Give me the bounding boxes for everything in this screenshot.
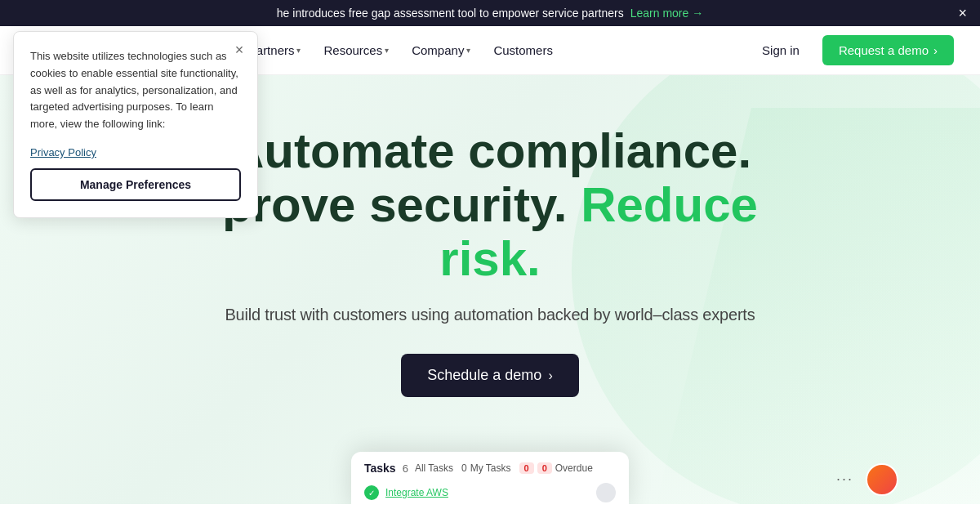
privacy-policy-link[interactable]: Privacy Policy [30, 146, 241, 159]
hero-title: Automate compliance. prove security. Red… [204, 124, 776, 286]
nav-link-resources[interactable]: Resources ▾ [314, 38, 399, 62]
dashboard-preview: Tasks 6 All Tasks 0 My Tasks 0 0 Overdue… [351, 452, 629, 504]
cookie-consent-dialog: × This website utilizes technologies suc… [13, 31, 258, 218]
manage-preferences-button[interactable]: Manage Preferences [30, 168, 241, 201]
task-name[interactable]: Integrate AWS [385, 487, 448, 498]
request-demo-button[interactable]: Request a demo › [822, 35, 954, 65]
all-tasks-filter[interactable]: All Tasks [415, 462, 453, 474]
dashboard-filters: All Tasks 0 My Tasks 0 0 Overdue [415, 462, 593, 474]
my-tasks-filter[interactable]: 0 My Tasks [461, 462, 510, 474]
task-row: ✓ Integrate AWS [364, 483, 616, 502]
nav-actions: Sign in Request a demo › [752, 35, 954, 65]
nav-link-customers[interactable]: Customers [483, 38, 563, 62]
nav-link-company[interactable]: Company ▾ [402, 38, 480, 62]
dashboard-count: 6 [403, 462, 408, 475]
arrow-icon: › [933, 43, 938, 57]
overdue-badge-1: 0 [519, 462, 534, 474]
chevron-down-icon: ▾ [385, 46, 389, 55]
overdue-badge-2: 0 [537, 462, 552, 474]
cookie-text: This website utilizes technologies such … [30, 48, 241, 133]
chevron-down-icon: ▾ [466, 46, 470, 55]
hero-subtitle: Build trust with customers using automat… [0, 306, 980, 324]
announcement-link[interactable]: Learn more → [630, 7, 703, 20]
announcement-text: he introduces free gap assessment tool t… [277, 7, 624, 20]
cookie-close-button[interactable]: × [229, 40, 249, 60]
check-icon: ✓ [364, 485, 379, 500]
arrow-icon: › [548, 368, 552, 383]
sign-in-button[interactable]: Sign in [752, 38, 809, 62]
dashboard-header: Tasks 6 All Tasks 0 My Tasks 0 0 Overdue [364, 462, 616, 475]
task-assignee-avatar [596, 483, 616, 502]
user-avatar [866, 463, 898, 496]
announcement-bar: he introduces free gap assessment tool t… [0, 0, 980, 26]
chevron-down-icon: ▾ [296, 46, 301, 55]
schedule-demo-button[interactable]: Schedule a demo › [401, 354, 578, 397]
overdue-filter[interactable]: 0 0 Overdue [519, 462, 593, 474]
announcement-close-button[interactable]: × [958, 6, 967, 20]
dashboard-title: Tasks [364, 462, 396, 475]
more-options-icon[interactable]: ··· [836, 471, 853, 488]
